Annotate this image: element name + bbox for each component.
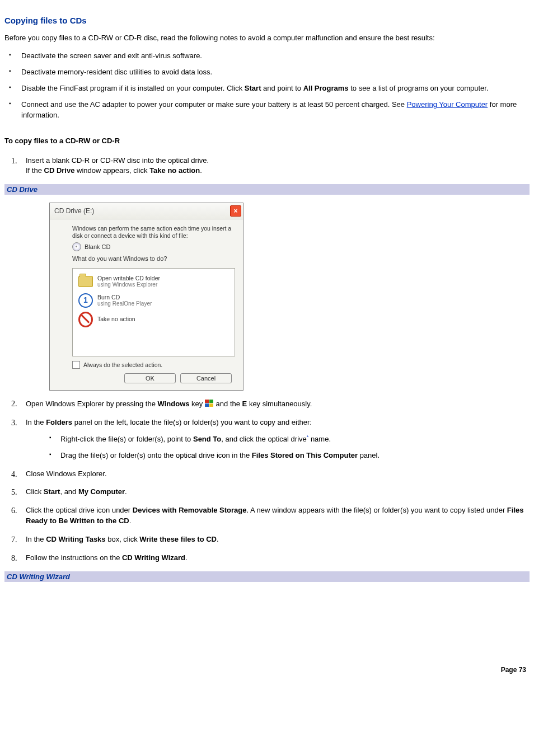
note-item: Deactivate memory-resident disc utilitie…: [4, 67, 530, 78]
dialog-intro: Windows can perform the same action each…: [72, 225, 235, 239]
notes-list: Deactivate the screen saver and exit ant…: [4, 51, 530, 120]
substep-item: Drag the file(s) or folder(s) onto the o…: [26, 450, 530, 461]
note-item: Disable the FindFast program if it is in…: [4, 83, 530, 94]
dialog-prompt: What do you want Windows to do?: [72, 255, 235, 263]
page-number: Page 73: [4, 666, 526, 674]
caption-cd-drive: CD Drive: [4, 184, 530, 195]
caption-cd-writing-wizard: CD Writing Wizard: [4, 571, 530, 582]
intro-paragraph: Before you copy files to a CD-RW or CD-R…: [4, 33, 530, 43]
step-item: 8. Follow the instructions on the CD Wri…: [4, 553, 530, 564]
step-item: 7. In the CD Writing Tasks box, click Wr…: [4, 534, 530, 545]
no-action-icon: [78, 312, 93, 327]
substep-item: Right-click the file(s) or folder(s), po…: [26, 434, 530, 445]
option-burn-cd[interactable]: 1 Burn CDusing RealOne Player: [75, 291, 232, 310]
step-item: 6. Click the optical drive icon under De…: [4, 505, 530, 527]
subheading: To copy files to a CD-RW or CD-R: [4, 136, 530, 146]
blank-cd-label: Blank CD: [85, 243, 110, 250]
cd-icon: [72, 242, 81, 251]
always-label: Always do the selected action.: [83, 361, 162, 368]
substeps: Right-click the file(s) or folder(s), po…: [26, 434, 530, 461]
step-item: 3. In the Folders panel on the left, loc…: [4, 417, 530, 461]
option-no-action[interactable]: Take no action: [75, 310, 232, 329]
close-icon[interactable]: ×: [230, 205, 241, 217]
steps-list-cont: 2. Open Windows Explorer by pressing the…: [4, 398, 530, 564]
note-item: Connect and use the AC adapter to power …: [4, 100, 530, 121]
step-item: 1. Insert a blank CD-R or CD-RW disc int…: [4, 156, 530, 177]
dialog-screenshot: CD Drive (E:) × Windows can perform the …: [49, 203, 530, 391]
always-checkbox[interactable]: [72, 361, 80, 369]
folder-icon: [78, 276, 93, 287]
note-item: Deactivate the screen saver and exit ant…: [4, 51, 530, 62]
option-list[interactable]: Open writable CD folderusing Windows Exp…: [72, 268, 235, 356]
windows-key-icon: [205, 400, 214, 407]
section-title: Copying files to CDs: [4, 16, 530, 25]
cancel-button[interactable]: Cancel: [180, 373, 232, 383]
realone-icon: 1: [78, 293, 93, 308]
ok-button[interactable]: OK: [124, 373, 176, 383]
powering-link[interactable]: Powering Your Computer: [407, 100, 488, 109]
steps-list: 1. Insert a blank CD-R or CD-RW disc int…: [4, 156, 530, 177]
step-item: 2. Open Windows Explorer by pressing the…: [4, 398, 530, 410]
step-item: 5. Click Start, and My Computer.: [4, 487, 530, 497]
dialog-title: CD Drive (E:): [54, 207, 94, 215]
option-open-folder[interactable]: Open writable CD folderusing Windows Exp…: [75, 272, 232, 291]
step-item: 4. Close Windows Explorer.: [4, 469, 530, 480]
